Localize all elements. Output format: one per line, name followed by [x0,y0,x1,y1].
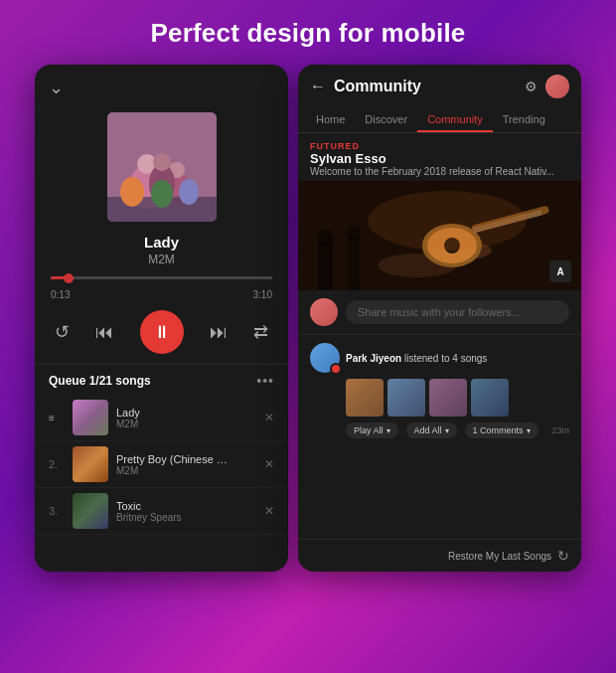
song-thumb-3 [429,379,467,417]
song-title: Lady [45,234,278,251]
featured-artist-name: Sylvan Esso [310,151,569,166]
time-row: 0:13 3:10 [35,285,288,304]
pause-button[interactable]: ⏸ [140,310,184,354]
queue-item[interactable]: 3. Toxic Britney Spears ✕ [35,488,288,535]
tab-discover[interactable]: Discover [355,106,417,132]
svg-point-27 [368,191,527,251]
restore-icon[interactable]: ↻ [557,548,569,564]
tab-trending[interactable]: Trending [493,106,555,132]
community-phone: ← Community ⚙ Home Discover Community Tr… [298,65,581,572]
album-art-svg [107,112,217,222]
guitar-svg [298,181,581,290]
music-player-phone: ⌄ [35,65,288,572]
svg-point-9 [151,180,173,208]
tab-community[interactable]: Community [417,106,493,132]
album-art-inner [107,112,217,222]
queue-more-icon[interactable]: ••• [256,373,274,389]
queue-item[interactable]: 2. Pretty Boy (Chinese Mandarin Versi...… [35,441,288,488]
queue-list: ≡ Lady M2M ✕ 2. Pretty Boy (Chinese Mand… [35,395,288,572]
time-current: 0:13 [51,289,70,300]
songs-thumbs [346,379,569,417]
header-icons: ⚙ [525,75,569,98]
repeat-icon[interactable]: ↺ [55,321,70,343]
queue-item[interactable]: ≡ Lady M2M ✕ [35,395,288,441]
back-arrow-icon[interactable]: ← [310,78,326,95]
page-title: Perfect design for mobile [150,18,465,49]
activity-timestamp: 23m [551,425,569,435]
queue-number: 2. [49,458,65,470]
play-all-arrow-icon: ▾ [386,426,390,435]
activity-user-avatar [310,343,340,373]
song-info: Lady M2M [35,234,288,276]
queue-song-artist: M2M [116,419,264,429]
phones-container: ⌄ [0,65,616,572]
activity-text: Park Jiyeon listened to 4 songs [346,353,487,364]
activity-user-row: Park Jiyeon listened to 4 songs [310,343,569,373]
song-artist: M2M [45,252,278,266]
svg-point-8 [120,177,144,207]
queue-song-title: Lady [116,407,235,419]
song-thumb-1 [346,379,384,417]
share-user-avatar [310,298,338,326]
svg-point-10 [179,179,199,205]
queue-thumb-1 [73,400,108,435]
playback-controls: ↺ ⏮ ⏸ ⏭ ⇄ [35,304,288,364]
activity-row: Park Jiyeon listened to 4 songs Play All… [298,335,581,446]
restore-row: Restore My Last Songs ↻ [298,539,581,572]
queue-thumb-2 [73,446,108,482]
user-avatar[interactable] [545,75,569,98]
queue-item-info: Lady M2M [116,407,264,429]
featured-label: FUTURED [310,141,569,151]
community-screen-title: Community [334,78,525,95]
community-header: ← Community ⚙ [298,65,581,106]
progress-dot [64,273,74,283]
remove-item-icon[interactable]: ✕ [264,457,274,471]
song-thumb-2 [387,379,425,417]
remove-item-icon[interactable]: ✕ [264,411,274,424]
queue-number: 3. [49,505,65,517]
queue-song-artist: Britney Spears [116,512,264,523]
share-input[interactable]: Share music with your followers... [346,300,569,324]
restore-label: Restore My Last Songs [448,551,551,562]
comments-button[interactable]: 1 Comments ▾ [465,422,539,438]
playing-indicator-icon: ≡ [49,413,65,423]
pause-icon: ⏸ [153,322,171,343]
featured-section: FUTURED Sylvan Esso Welcome to the Febru… [298,133,581,181]
remove-item-icon[interactable]: ✕ [264,504,274,518]
progress-bar[interactable] [51,276,272,279]
add-all-arrow-icon: ▾ [445,426,449,435]
queue-label: Queue 1/21 songs [49,374,151,388]
queue-thumb-3 [73,493,108,529]
nav-tabs: Home Discover Community Trending [298,106,581,133]
activity-avatar-badge [330,363,342,375]
prev-icon[interactable]: ⏮ [95,322,113,343]
song-thumb-4 [471,379,509,417]
queue-header: Queue 1/21 songs ••• [35,364,288,395]
activity-user-name: Park Jiyeon [346,353,401,364]
featured-logo: A [549,260,571,282]
play-all-button[interactable]: Play All ▾ [346,422,398,438]
chevron-down-icon[interactable]: ⌄ [49,77,64,98]
queue-song-title: Pretty Boy (Chinese Mandarin Versi... [116,453,235,465]
album-art [107,112,217,222]
queue-item-info: Pretty Boy (Chinese Mandarin Versi... M2… [116,453,264,476]
settings-icon[interactable]: ⚙ [525,79,538,94]
queue-song-artist: M2M [116,465,264,476]
queue-song-title: Toxic [116,500,235,512]
activity-action-text: listened to 4 songs [404,353,487,364]
time-total: 3:10 [253,289,272,300]
share-row: Share music with your followers... [298,290,581,335]
add-all-button[interactable]: Add All ▾ [406,422,457,438]
shuffle-icon[interactable]: ⇄ [253,321,268,343]
featured-image[interactable]: A [298,181,581,290]
player-top-bar: ⌄ [35,65,288,104]
album-art-container [35,112,288,222]
progress-container[interactable] [35,276,288,285]
tab-home[interactable]: Home [306,106,355,132]
activity-actions: Play All ▾ Add All ▾ 1 Comments ▾ 23m [346,422,569,438]
next-icon[interactable]: ⏭ [210,322,228,343]
guitar-image-overlay [298,181,581,290]
svg-point-6 [153,153,171,171]
queue-item-info: Toxic Britney Spears [116,500,264,523]
featured-description: Welcome to the February 2018 release of … [310,166,569,177]
